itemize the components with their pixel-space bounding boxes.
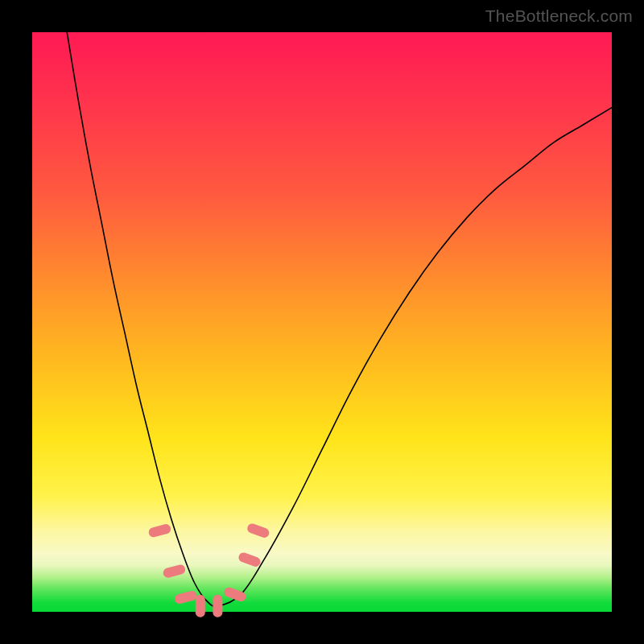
plot-area — [32, 32, 612, 612]
curve-layer — [32, 32, 612, 612]
bottleneck-curve — [67, 32, 612, 606]
curve-marker — [246, 522, 270, 539]
curve-marker — [174, 590, 198, 605]
watermark-text: TheBottleneck.com — [485, 6, 633, 26]
chart-frame: TheBottleneck.com — [0, 0, 644, 644]
curve-marker — [147, 523, 171, 539]
curve-marker — [223, 586, 247, 603]
curve-marker — [162, 564, 186, 579]
curve-marker — [237, 551, 262, 568]
curve-marker — [213, 595, 222, 617]
curve-marker — [196, 595, 205, 617]
